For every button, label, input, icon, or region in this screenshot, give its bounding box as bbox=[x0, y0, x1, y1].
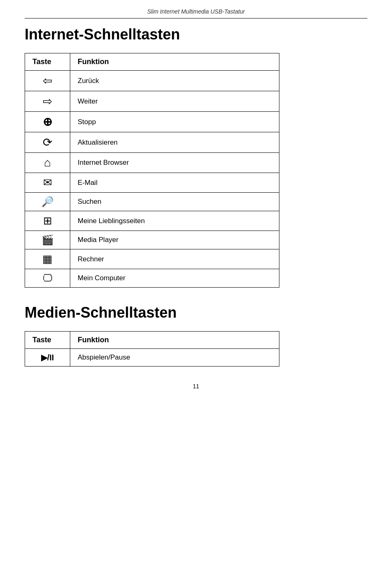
stop-icon: ⊕ bbox=[25, 112, 70, 132]
function-label: Mein Computer bbox=[70, 269, 279, 288]
page-number: 11 bbox=[25, 383, 367, 390]
table-row: ▶/IIAbspielen/Pause bbox=[25, 349, 279, 367]
medien-section-title: Medien-Schnelltasten bbox=[25, 304, 367, 321]
playpause-icon: ▶/II bbox=[25, 349, 70, 367]
forward-icon: ⇨ bbox=[25, 91, 70, 112]
table-row: 🖵Mein Computer bbox=[25, 269, 279, 288]
function-label: Aktualisieren bbox=[70, 132, 279, 153]
table-row: ⌂Internet Browser bbox=[25, 153, 279, 173]
medien-table-col2-header: Funktion bbox=[70, 332, 279, 349]
email-icon: ✉ bbox=[25, 173, 70, 193]
table-row: 🎬Media Player bbox=[25, 231, 279, 249]
internet-section-title: Internet-Schnelltasten bbox=[25, 26, 367, 43]
back-icon: ⇦ bbox=[25, 71, 70, 91]
table-row: ⇨Weiter bbox=[25, 91, 279, 112]
function-label: Stopp bbox=[70, 112, 279, 132]
table-row: ⇦Zurück bbox=[25, 71, 279, 91]
mycomputer-icon: 🖵 bbox=[25, 269, 70, 288]
function-label: Abspielen/Pause bbox=[70, 349, 279, 367]
function-label: Weiter bbox=[70, 91, 279, 112]
mediaplayer-icon: 🎬 bbox=[25, 231, 70, 249]
table-row: ✉E-Mail bbox=[25, 173, 279, 193]
internet-table-col2-header: Funktion bbox=[70, 53, 279, 71]
function-label: Meine Lieblingsseiten bbox=[70, 211, 279, 231]
internet-table-col1-header: Taste bbox=[25, 53, 70, 71]
function-label: Internet Browser bbox=[70, 153, 279, 173]
table-row: 🔎Suchen bbox=[25, 193, 279, 211]
home-icon: ⌂ bbox=[25, 153, 70, 173]
function-label: Zurück bbox=[70, 71, 279, 91]
refresh-icon: ⟳ bbox=[25, 132, 70, 153]
function-label: Suchen bbox=[70, 193, 279, 211]
internet-shortcuts-table: Taste Funktion ⇦Zurück⇨Weiter⊕Stopp⟳Aktu… bbox=[25, 53, 279, 288]
function-label: E-Mail bbox=[70, 173, 279, 193]
table-row: ⊕Stopp bbox=[25, 112, 279, 132]
medien-table-col1-header: Taste bbox=[25, 332, 70, 349]
page-header: Slim Internet Multimedia USB-Tastatur bbox=[25, 8, 367, 18]
function-label: Media Player bbox=[70, 231, 279, 249]
search-icon: 🔎 bbox=[25, 193, 70, 211]
table-row: ▦Rechner bbox=[25, 249, 279, 269]
table-row: ⟳Aktualisieren bbox=[25, 132, 279, 153]
medien-shortcuts-table: Taste Funktion ▶/IIAbspielen/Pause bbox=[25, 331, 279, 367]
function-label: Rechner bbox=[70, 249, 279, 269]
calculator-icon: ▦ bbox=[25, 249, 70, 269]
table-row: ⊞Meine Lieblingsseiten bbox=[25, 211, 279, 231]
favorites-icon: ⊞ bbox=[25, 211, 70, 231]
